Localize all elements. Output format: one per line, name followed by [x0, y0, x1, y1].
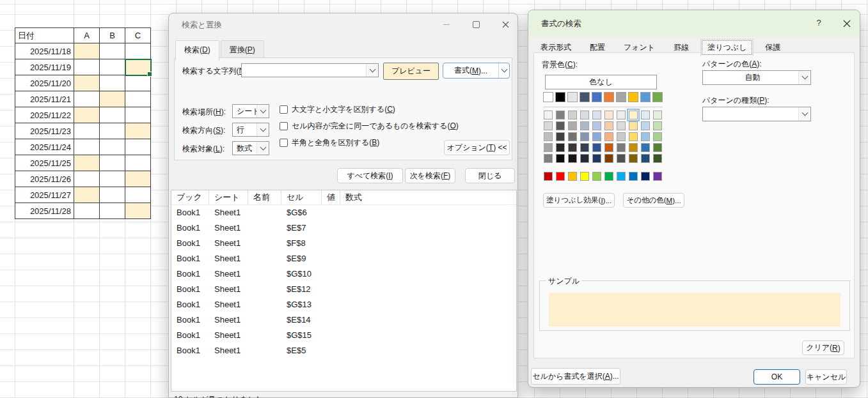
close-dialog-button[interactable]: 閉じる	[465, 168, 515, 183]
color-swatch[interactable]	[617, 154, 626, 163]
color-swatch[interactable]	[592, 154, 601, 163]
color-swatch[interactable]	[592, 172, 601, 181]
cell-b[interactable]	[100, 171, 125, 187]
dropdown-button[interactable]	[366, 64, 378, 77]
color-swatch[interactable]	[580, 92, 590, 102]
color-swatch[interactable]	[641, 154, 650, 163]
color-swatch[interactable]	[580, 154, 589, 163]
color-swatch[interactable]	[544, 154, 553, 163]
ok-button[interactable]: OK	[754, 369, 800, 385]
color-swatch[interactable]	[592, 132, 601, 141]
color-swatch[interactable]	[556, 172, 565, 181]
dropdown-button[interactable]	[256, 105, 269, 118]
result-row[interactable]: Book1 Sheet1 $E$14	[171, 312, 516, 328]
color-swatch[interactable]	[556, 121, 565, 130]
color-swatch[interactable]	[616, 92, 626, 102]
option-checkbox[interactable]: セル内容が完全に同一であるものを検索する(O)	[280, 121, 459, 132]
dropdown-button[interactable]	[798, 71, 810, 84]
cell-b[interactable]	[100, 43, 125, 59]
color-swatch[interactable]	[641, 111, 650, 119]
color-swatch[interactable]	[629, 143, 638, 152]
color-swatch[interactable]	[604, 92, 614, 102]
result-row[interactable]: Book1 Sheet1 $G$13	[171, 297, 516, 312]
color-swatch[interactable]	[629, 154, 638, 163]
color-swatch[interactable]	[568, 121, 577, 130]
color-swatch[interactable]	[568, 132, 577, 141]
date-cell[interactable]: 2025/11/19	[15, 59, 74, 75]
result-row[interactable]: Book1 Sheet1 $E$5	[171, 343, 516, 358]
cell-a[interactable]	[74, 171, 100, 187]
color-swatch[interactable]	[641, 121, 650, 130]
color-swatch[interactable]	[544, 111, 553, 119]
color-swatch[interactable]	[556, 111, 565, 119]
color-swatch[interactable]	[592, 92, 602, 102]
color-swatch[interactable]	[653, 154, 662, 163]
results-column-header[interactable]: 数式	[340, 190, 516, 204]
cell-a[interactable]	[74, 91, 100, 107]
fill-effects-button[interactable]: 塗りつぶし効果(I)...	[543, 193, 615, 208]
clear-button[interactable]: クリア(R)	[802, 341, 844, 355]
result-row[interactable]: Book1 Sheet1 $G$15	[171, 328, 516, 343]
cell-a[interactable]	[74, 139, 100, 155]
color-swatch[interactable]	[653, 121, 662, 130]
result-row[interactable]: Book1 Sheet1 $G$10	[171, 266, 516, 282]
result-row[interactable]: Book1 Sheet1 $E$7	[171, 220, 516, 236]
find-next-button[interactable]: 次を検索(F)	[405, 168, 455, 183]
date-cell[interactable]: 2025/11/18	[15, 43, 74, 59]
cell-a[interactable]	[74, 107, 100, 123]
color-swatch[interactable]	[653, 132, 662, 141]
tab-search[interactable]: 検索(D)	[175, 40, 219, 61]
cell-b[interactable]	[100, 107, 125, 123]
date-cell[interactable]: 2025/11/25	[15, 155, 74, 171]
date-cell[interactable]: 2025/11/24	[15, 139, 74, 155]
option-checkbox[interactable]: 半角と全角を区別する(B)	[280, 137, 459, 148]
cell-c[interactable]	[125, 75, 151, 91]
date-cell[interactable]: 2025/11/22	[15, 107, 74, 123]
cell-b[interactable]	[100, 139, 125, 155]
color-swatch[interactable]	[629, 111, 638, 119]
color-swatch[interactable]	[592, 143, 601, 152]
cell-b[interactable]	[100, 91, 125, 107]
color-swatch[interactable]	[641, 172, 650, 181]
cell-b[interactable]	[100, 203, 125, 219]
dropdown-button[interactable]	[798, 107, 810, 121]
results-column-header[interactable]: セル	[281, 190, 322, 204]
color-swatch[interactable]	[544, 132, 553, 141]
no-color-button[interactable]: 色なし	[545, 75, 657, 89]
checkbox-icon[interactable]	[280, 105, 288, 114]
color-swatch[interactable]	[580, 172, 589, 181]
color-swatch[interactable]	[653, 143, 662, 152]
color-swatch[interactable]	[604, 154, 613, 163]
color-swatch[interactable]	[556, 143, 565, 152]
cell-c[interactable]	[125, 107, 151, 123]
color-swatch[interactable]	[629, 132, 638, 141]
cell-a[interactable]	[74, 59, 100, 75]
help-button[interactable]: ?	[812, 18, 825, 29]
cell-a[interactable]	[74, 123, 100, 139]
more-colors-button[interactable]: その他の色(M)...	[623, 193, 684, 208]
find-all-button[interactable]: すべて検索(I)	[337, 168, 403, 183]
cell-c[interactable]	[125, 155, 151, 171]
result-row[interactable]: Book1 Sheet1 $E$9	[171, 251, 516, 266]
cell-a[interactable]	[74, 155, 100, 171]
cell-a[interactable]	[74, 203, 100, 219]
cell-b[interactable]	[100, 155, 125, 171]
color-swatch[interactable]	[568, 154, 577, 163]
cancel-button[interactable]: キャンセル	[805, 369, 847, 385]
color-swatch[interactable]	[617, 172, 626, 181]
color-swatch[interactable]	[604, 172, 613, 181]
result-row[interactable]: Book1 Sheet1 $F$8	[171, 236, 516, 251]
color-swatch[interactable]	[567, 92, 578, 102]
color-swatch[interactable]	[604, 132, 613, 141]
tab-replace[interactable]: 置換(P)	[221, 40, 264, 59]
color-swatch[interactable]	[604, 111, 613, 119]
color-swatch[interactable]	[556, 132, 565, 141]
cell-c[interactable]	[125, 171, 151, 187]
color-swatch[interactable]	[604, 143, 613, 152]
color-swatch[interactable]	[544, 143, 553, 152]
color-swatch[interactable]	[640, 92, 651, 102]
cell-c[interactable]	[125, 59, 151, 75]
color-swatch[interactable]	[629, 172, 638, 181]
color-swatch[interactable]	[617, 111, 626, 119]
find-what-combobox[interactable]	[241, 63, 379, 77]
